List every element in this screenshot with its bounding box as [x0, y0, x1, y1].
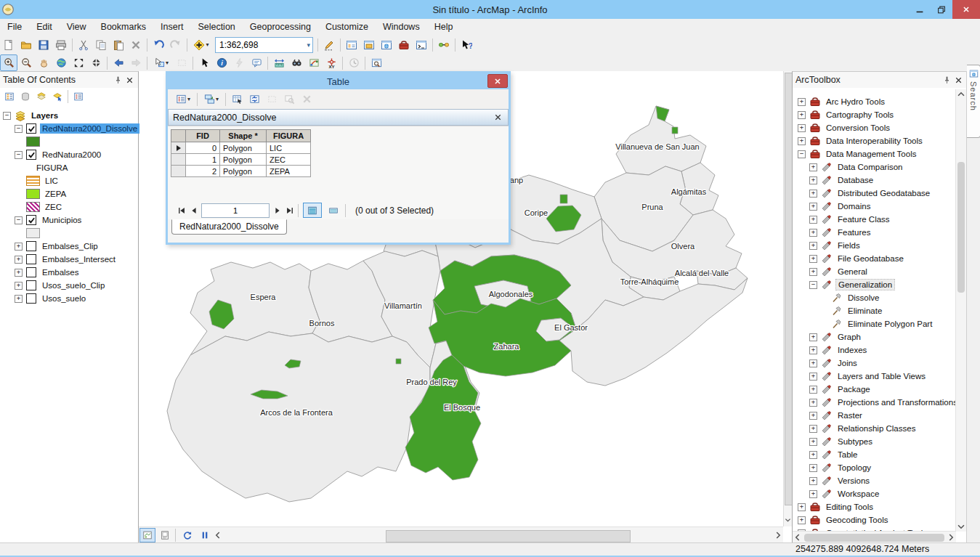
row-selector[interactable]	[171, 166, 186, 177]
toolbox-label[interactable]: Data Interoperability Tools	[824, 136, 925, 146]
expand-icon[interactable]: +	[809, 163, 817, 171]
cell[interactable]: ZEC	[267, 154, 311, 166]
map-scroll-down-arrow[interactable]	[784, 515, 792, 525]
menu-bookmarks[interactable]: Bookmarks	[94, 19, 154, 35]
map-horizontal-scrollbar[interactable]	[224, 530, 772, 541]
cut-button[interactable]	[75, 36, 92, 53]
arctoolbox-close-icon[interactable]	[952, 74, 964, 86]
expand-icon[interactable]: +	[809, 176, 817, 184]
toolbox-label[interactable]: Data Management Tools	[824, 149, 918, 159]
toolbox-label[interactable]: Arc Hydro Tools	[824, 97, 887, 107]
delete-button[interactable]	[127, 36, 145, 53]
menu-insert[interactable]: Insert	[153, 19, 190, 35]
toc-label[interactable]: ZEPA	[43, 189, 68, 199]
expand-icon[interactable]: +	[809, 425, 817, 433]
toc-label[interactable]: FIGURA	[26, 163, 70, 173]
identify-button[interactable]: i	[213, 54, 230, 71]
toc-label[interactable]: RedNatura2000_Dissolve	[40, 123, 139, 134]
map-horizontal-scroll-thumb[interactable]	[386, 530, 631, 542]
collapse-icon[interactable]: −	[15, 125, 23, 133]
pause-button[interactable]	[197, 528, 213, 542]
toc-label[interactable]: LIC	[43, 176, 60, 186]
expand-icon[interactable]: +	[809, 190, 817, 198]
redo-button[interactable]	[167, 36, 185, 53]
expand-icon[interactable]: +	[798, 124, 806, 132]
expand-icon[interactable]: +	[798, 111, 806, 119]
toc-pin-icon[interactable]	[112, 74, 123, 86]
print-button[interactable]	[52, 36, 70, 53]
cell[interactable]: 1	[186, 154, 220, 166]
legend-swatch-lic[interactable]	[26, 176, 40, 186]
toolbox-label[interactable]: Data Comparison	[835, 162, 904, 172]
open-folder-button[interactable]	[17, 36, 35, 53]
toolbox-label[interactable]: Projections and Transformations	[835, 397, 956, 407]
html-popup-button[interactable]	[248, 54, 265, 71]
attribute-table[interactable]: FIDShape *FIGURA0PolygonLIC1PolygonZEC2P…	[171, 129, 311, 177]
options-button[interactable]	[70, 89, 86, 105]
expand-icon[interactable]: +	[809, 346, 817, 354]
expand-icon[interactable]: +	[809, 242, 817, 250]
table-window-titlebar[interactable]: Table	[168, 73, 509, 89]
cell[interactable]: LIC	[267, 142, 311, 154]
arctoolbox-horizontal-scrollbar[interactable]	[793, 531, 956, 543]
minimize-button[interactable]	[909, 0, 931, 19]
expand-icon[interactable]: +	[809, 490, 817, 498]
table-window-close-button[interactable]	[487, 74, 508, 88]
menu-geoprocessing[interactable]: Geoprocessing	[243, 19, 318, 35]
toolbox-label[interactable]: Workspace	[835, 489, 881, 499]
zoom-out-button[interactable]	[17, 54, 35, 71]
zoom-in-button[interactable]	[0, 54, 17, 71]
next-record-button[interactable]	[271, 204, 283, 216]
toolbox-label[interactable]: Relationship Classes	[835, 423, 918, 434]
close-button[interactable]	[952, 0, 980, 19]
toolbox-label[interactable]: Features	[835, 227, 872, 237]
list-by-drawing-order-button[interactable]	[1, 89, 17, 105]
full-extent-button[interactable]	[52, 54, 70, 71]
select-features-button[interactable]: ▾	[150, 54, 173, 71]
arctoolbox-pin-icon[interactable]	[941, 74, 952, 86]
arctoolbox-horizontal-scroll-thumb[interactable]	[804, 534, 944, 542]
whats-this-help-button[interactable]: ?	[458, 36, 475, 53]
toolbox-label[interactable]: Generalization	[835, 279, 895, 290]
select-by-attributes-button[interactable]	[228, 91, 246, 107]
column-header-fid[interactable]: FID	[186, 130, 220, 142]
arctoolbox-scroll-left-arrow[interactable]	[793, 532, 803, 542]
cell[interactable]: ZEPA	[267, 166, 311, 177]
expand-icon[interactable]: +	[798, 98, 806, 106]
toc-label[interactable]: Embalses_Clip	[40, 241, 100, 251]
find-button[interactable]	[288, 54, 305, 71]
table-row[interactable]: 0PolygonLIC	[171, 142, 311, 154]
collapse-icon[interactable]: −	[3, 112, 11, 120]
toolbox-label[interactable]: Dissolve	[846, 293, 881, 303]
collapse-icon[interactable]: −	[798, 150, 806, 158]
expand-icon[interactable]: +	[809, 216, 817, 224]
expand-icon[interactable]: +	[809, 373, 817, 381]
editor-toolbar-button[interactable]	[320, 36, 338, 53]
expand-icon[interactable]: +	[798, 137, 806, 145]
cell[interactable]: 2	[186, 166, 220, 177]
layer-visibility-checkbox[interactable]	[26, 215, 36, 225]
toolbox-label[interactable]: Joins	[835, 358, 859, 368]
toolbox-label[interactable]: Fields	[835, 240, 862, 251]
search-tab[interactable]: Search	[967, 65, 980, 138]
layer-visibility-checkbox[interactable]	[26, 254, 36, 264]
toolbox-label[interactable]: Subtypes	[835, 436, 875, 447]
toc-label[interactable]: Usos_suelo_Clip	[40, 280, 107, 290]
measure-button[interactable]	[270, 54, 288, 71]
toolbox-label[interactable]: Eliminate Polygon Part	[846, 319, 934, 329]
toolbox-label[interactable]: Eliminate	[846, 306, 884, 316]
toolbox-label[interactable]: Package	[835, 384, 872, 394]
cell[interactable]: Polygon	[220, 154, 267, 166]
list-by-source-button[interactable]	[17, 89, 33, 105]
save-button[interactable]	[35, 36, 52, 53]
expand-icon[interactable]: +	[809, 451, 817, 459]
legend-swatch-municipios[interactable]	[26, 228, 40, 238]
cell[interactable]: 0	[186, 142, 220, 154]
clear-selection-button[interactable]	[263, 91, 280, 107]
show-all-records-button[interactable]	[303, 203, 322, 218]
legend-swatch-zec[interactable]	[26, 202, 40, 212]
layer-visibility-checkbox[interactable]	[26, 293, 36, 304]
last-record-button[interactable]	[283, 204, 296, 216]
arctoolbox-vertical-scrollbar[interactable]	[955, 89, 967, 532]
list-by-visibility-button[interactable]	[33, 89, 49, 105]
